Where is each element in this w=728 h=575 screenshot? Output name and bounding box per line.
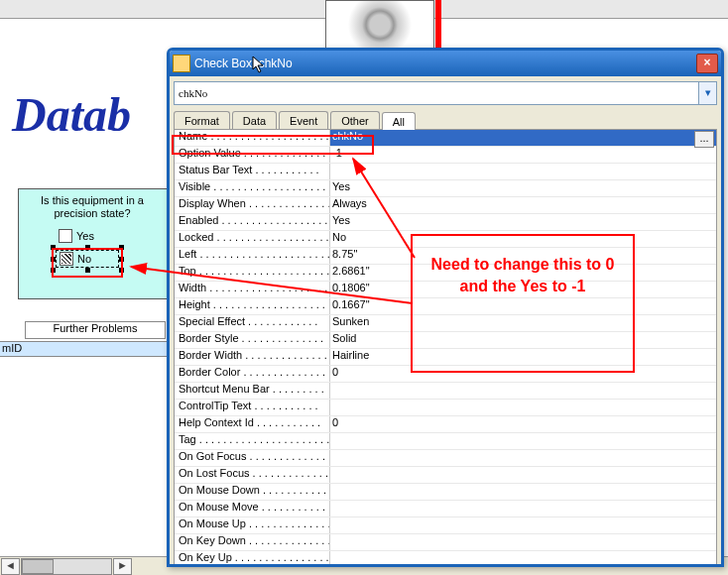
prop-value[interactable] xyxy=(329,534,716,550)
prop-label: On Lost Focus . . . . . . . . . . . . . xyxy=(175,467,329,483)
prop-row-locked[interactable]: Locked . . . . . . . . . . . . . . . . .… xyxy=(175,231,716,248)
prop-row-on-mouse-up[interactable]: On Mouse Up . . . . . . . . . . . . . . … xyxy=(175,518,716,534)
question-label: Is this equipment in aprecision state? xyxy=(30,194,155,220)
scroll-right-button[interactable]: ► xyxy=(113,558,132,575)
scroll-left-button[interactable]: ◄ xyxy=(1,558,20,575)
property-grid[interactable]: ... Name . . . . . . . . . . . . . . . .… xyxy=(174,130,717,567)
prop-label: Help Context Id . . . . . . . . . . . xyxy=(175,416,329,432)
prop-label: Width . . . . . . . . . . . . . . . . . … xyxy=(175,282,329,297)
prop-row-width[interactable]: Width . . . . . . . . . . . . . . . . . … xyxy=(175,282,716,298)
prop-value[interactable]: -1 xyxy=(329,147,716,163)
prop-row-on-key-up[interactable]: On Key Up . . . . . . . . . . . . . . . … xyxy=(175,551,716,567)
prop-row-help-context[interactable]: Help Context Id . . . . . . . . . . . 0 xyxy=(175,416,716,433)
prop-value[interactable] xyxy=(329,383,716,399)
titlebar[interactable]: Check Box: chkNo × xyxy=(170,51,721,76)
prop-label: Status Bar Text . . . . . . . . . . . xyxy=(175,164,329,179)
prop-value[interactable]: Always xyxy=(329,197,716,213)
prop-label: Border Color . . . . . . . . . . . . . . xyxy=(175,366,329,382)
prop-label: Tag . . . . . . . . . . . . . . . . . . … xyxy=(175,433,329,449)
prop-label: On Mouse Down . . . . . . . . . . . . . xyxy=(175,484,329,500)
prop-row-controltip[interactable]: ControlTip Text . . . . . . . . . . . xyxy=(175,400,716,416)
prop-row-tag[interactable]: Tag . . . . . . . . . . . . . . . . . . … xyxy=(175,433,716,450)
prop-row-border-width[interactable]: Border Width . . . . . . . . . . . . . .… xyxy=(175,349,716,366)
prop-row-visible[interactable]: Visible . . . . . . . . . . . . . . . . … xyxy=(175,180,716,197)
prop-value[interactable]: 0.1806" xyxy=(329,282,716,297)
prop-label: ControlTip Text . . . . . . . . . . . xyxy=(175,400,329,415)
prop-value[interactable] xyxy=(329,484,716,500)
object-selector[interactable]: ▾ xyxy=(174,81,717,105)
prop-row-on-got-focus[interactable]: On Got Focus . . . . . . . . . . . . . . xyxy=(175,450,716,467)
prop-row-shortcut-menu[interactable]: Shortcut Menu Bar . . . . . . . . . xyxy=(175,383,716,400)
prop-value[interactable] xyxy=(329,551,716,567)
prop-value[interactable] xyxy=(329,450,716,466)
mid-field[interactable]: mID xyxy=(0,341,169,357)
scroll-thumb[interactable] xyxy=(22,559,54,574)
prop-value[interactable] xyxy=(329,518,716,533)
prop-row-enabled[interactable]: Enabled . . . . . . . . . . . . . . . . … xyxy=(175,214,716,231)
property-sheet-window[interactable]: Check Box: chkNo × ▾ Format Data Event O… xyxy=(167,48,724,567)
prop-label: Top . . . . . . . . . . . . . . . . . . … xyxy=(175,265,329,281)
tab-all[interactable]: All xyxy=(382,112,416,130)
prop-row-on-mouse-down[interactable]: On Mouse Down . . . . . . . . . . . . . xyxy=(175,484,716,501)
prop-row-option-value[interactable]: Option Value . . . . . . . . . . . . . .… xyxy=(175,147,716,164)
tab-data[interactable]: Data xyxy=(232,111,277,129)
prop-row-height[interactable]: Height . . . . . . . . . . . . . . . . .… xyxy=(175,298,716,315)
prop-label: On Got Focus . . . . . . . . . . . . . . xyxy=(175,450,329,466)
prop-value[interactable] xyxy=(329,164,716,179)
prop-row-border-style[interactable]: Border Style . . . . . . . . . . . . . .… xyxy=(175,332,716,349)
prop-row-top[interactable]: Top . . . . . . . . . . . . . . . . . . … xyxy=(175,265,716,282)
prop-label: Locked . . . . . . . . . . . . . . . . .… xyxy=(175,231,329,247)
prop-row-special-effect[interactable]: Special Effect . . . . . . . . . . . . S… xyxy=(175,315,716,332)
prop-row-status-bar[interactable]: Status Bar Text . . . . . . . . . . . xyxy=(175,164,716,180)
object-selector-input[interactable] xyxy=(174,81,699,105)
prop-label: On Key Down . . . . . . . . . . . . . . … xyxy=(175,534,329,550)
prop-label: Display When . . . . . . . . . . . . . . xyxy=(175,197,329,213)
prop-row-border-color[interactable]: Border Color . . . . . . . . . . . . . .… xyxy=(175,366,716,383)
image-right-marker xyxy=(435,0,441,48)
prop-value[interactable]: Sunken xyxy=(329,315,716,331)
prop-value[interactable]: Yes xyxy=(329,180,716,196)
title-label: Datab xyxy=(12,91,131,139)
prop-value[interactable]: No xyxy=(329,231,716,247)
tab-event[interactable]: Event xyxy=(279,111,328,129)
option-no[interactable]: No xyxy=(56,250,119,268)
prop-value[interactable] xyxy=(329,467,716,483)
option-yes-label: Yes xyxy=(76,230,94,242)
prop-value[interactable] xyxy=(329,400,716,415)
prop-row-on-mouse-move[interactable]: On Mouse Move . . . . . . . . . . . . . xyxy=(175,501,716,518)
prop-row-on-key-down[interactable]: On Key Down . . . . . . . . . . . . . . … xyxy=(175,534,716,551)
option-yes[interactable]: Yes xyxy=(56,228,119,244)
prop-value[interactable]: 0.1667" xyxy=(329,298,716,314)
prop-value[interactable]: 2.6861" xyxy=(329,265,716,281)
prop-row-name[interactable]: Name . . . . . . . . . . . . . . . . . .… xyxy=(175,130,716,147)
prop-row-display-when[interactable]: Display When . . . . . . . . . . . . . .… xyxy=(175,197,716,214)
prop-label: Option Value . . . . . . . . . . . . . . xyxy=(175,147,329,163)
prop-value[interactable]: 0 xyxy=(329,366,716,382)
prop-label: On Key Up . . . . . . . . . . . . . . . … xyxy=(175,551,329,567)
prop-value[interactable]: Solid xyxy=(329,332,716,348)
prop-label: Border Width . . . . . . . . . . . . . . xyxy=(175,349,329,365)
prop-row-left[interactable]: Left . . . . . . . . . . . . . . . . . .… xyxy=(175,248,716,265)
builder-button[interactable]: ... xyxy=(694,131,714,148)
tab-strip: Format Data Event Other All xyxy=(174,111,717,130)
checkbox-icon xyxy=(59,229,72,243)
prop-value[interactable] xyxy=(329,501,716,517)
prop-value[interactable]: chkNo xyxy=(329,130,716,146)
tab-format[interactable]: Format xyxy=(174,111,230,129)
image-placeholder[interactable] xyxy=(325,0,434,50)
close-button[interactable]: × xyxy=(696,54,718,73)
prop-row-on-lost-focus[interactable]: On Lost Focus . . . . . . . . . . . . . xyxy=(175,467,716,484)
prop-value[interactable]: 8.75" xyxy=(329,248,716,264)
prop-value[interactable]: Hairline xyxy=(329,349,716,365)
tab-other[interactable]: Other xyxy=(330,111,380,129)
prop-label: Border Style . . . . . . . . . . . . . . xyxy=(175,332,329,348)
scroll-track[interactable] xyxy=(21,558,112,575)
prop-value[interactable]: Yes xyxy=(329,214,716,230)
prop-value[interactable]: 0 xyxy=(329,416,716,432)
further-problems-label[interactable]: Further Problems xyxy=(25,321,166,339)
window-title: Check Box: chkNo xyxy=(194,57,293,70)
prop-label: On Mouse Move . . . . . . . . . . . . . xyxy=(175,501,329,517)
dropdown-button[interactable]: ▾ xyxy=(699,81,717,105)
prop-value[interactable] xyxy=(329,433,716,449)
prop-label: Height . . . . . . . . . . . . . . . . .… xyxy=(175,298,329,314)
